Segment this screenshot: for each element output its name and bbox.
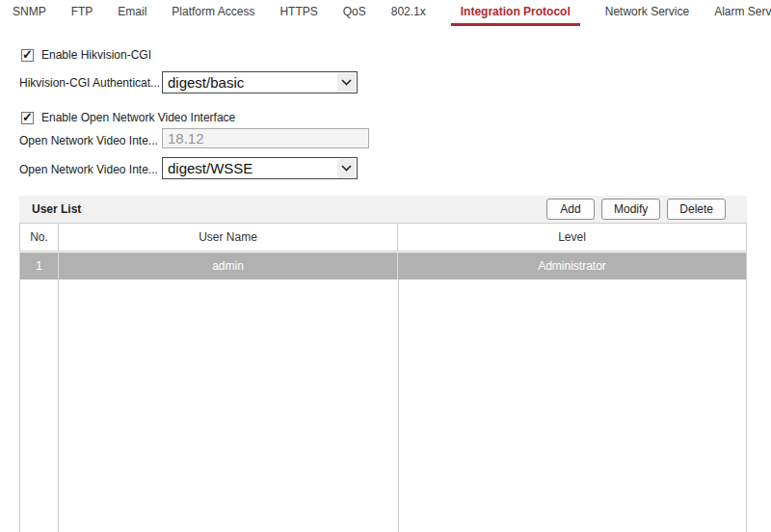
enable-hikvision-cgi-checkbox[interactable] (21, 49, 34, 62)
row-cell-level: Administrator (397, 253, 746, 279)
enable-onvif-row: Enable Open Network Video Interface (21, 111, 235, 124)
enable-hikvision-cgi-row: Enable Hikvision-CGI (21, 48, 151, 62)
chevron-down-icon[interactable] (337, 159, 356, 177)
cgi-auth-selected-value: digest/basic (163, 73, 337, 93)
onvif-auth-select[interactable]: digest/WSSE (162, 157, 358, 179)
row-cell-no: 1 (20, 253, 58, 279)
tab-platform-access[interactable]: Platform Access (172, 0, 254, 26)
onvif-version-label: Open Network Video Inte... (19, 134, 162, 147)
tab-alarm-server[interactable]: Alarm Server (714, 0, 771, 26)
user-table-empty-body (19, 279, 747, 532)
enable-onvif-label: Enable Open Network Video Interface (41, 111, 235, 124)
user-list-actions: Add Modify Delete (546, 199, 726, 220)
tab-ftp[interactable]: FTP (71, 0, 93, 26)
table-row[interactable]: 1 admin Administrator (19, 253, 747, 279)
add-button[interactable]: Add (546, 199, 595, 220)
tab-email[interactable]: Email (118, 0, 146, 26)
user-list-panel-bar: User List Add Modify Delete (19, 196, 747, 223)
tab-qos[interactable]: QoS (343, 0, 366, 26)
column-header-user-name: User Name (58, 224, 397, 251)
modify-button[interactable]: Modify (601, 199, 660, 220)
settings-tabbar: SNMP FTP Email Platform Access HTTPS QoS… (0, 0, 771, 27)
onvif-version-input[interactable] (162, 128, 369, 148)
enable-onvif-checkbox[interactable] (21, 112, 34, 124)
tab-https[interactable]: HTTPS (279, 0, 317, 26)
chevron-down-icon[interactable] (337, 73, 356, 92)
column-header-no: No. (20, 224, 58, 251)
cgi-auth-label: Hikvision-CGI Authenticat... (19, 76, 162, 90)
onvif-auth-selected-value: digest/WSSE (163, 159, 337, 178)
integration-protocol-page: SNMP FTP Email Platform Access HTTPS QoS… (0, 0, 771, 532)
column-divider (398, 279, 399, 532)
onvif-auth-label: Open Network Video Inte... (19, 163, 162, 176)
column-header-level: Level (397, 224, 746, 251)
column-divider (58, 279, 59, 532)
user-table-header: No. User Name Level (19, 223, 747, 252)
tab-snmp[interactable]: SNMP (13, 0, 46, 26)
tab-integration-protocol[interactable]: Integration Protocol (451, 0, 580, 26)
row-cell-user-name: admin (58, 253, 397, 279)
delete-button[interactable]: Delete (667, 199, 726, 220)
enable-hikvision-cgi-label: Enable Hikvision-CGI (41, 48, 151, 62)
tab-network-service[interactable]: Network Service (605, 0, 689, 26)
user-list-title: User List (32, 202, 81, 216)
tab-8021x[interactable]: 802.1x (391, 0, 426, 26)
cgi-auth-select[interactable]: digest/basic (162, 71, 358, 93)
